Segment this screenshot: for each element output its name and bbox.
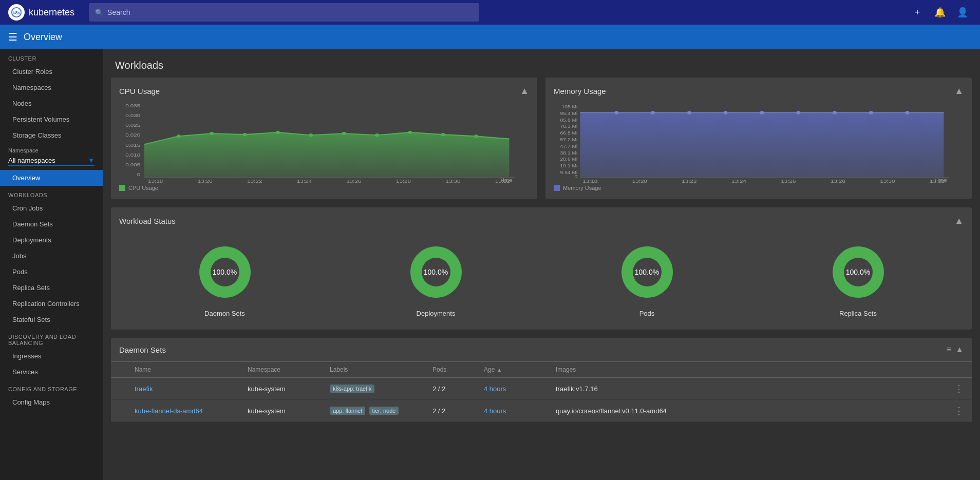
donut-row: 100.0% Daemon Sets 100.0% Deployments: [119, 235, 964, 321]
age-sort-icon[interactable]: ▲: [497, 367, 502, 373]
sidebar-item-stateful-sets[interactable]: Stateful Sets: [0, 312, 103, 328]
svg-point-17: [408, 131, 412, 134]
sidebar-item-storage-classes[interactable]: Storage Classes: [0, 127, 103, 143]
sidebar-item-cluster-roles[interactable]: Cluster Roles: [0, 64, 103, 80]
sidebar-item-config-maps[interactable]: Config Maps: [0, 394, 103, 410]
svg-text:0.015: 0.015: [125, 142, 140, 148]
page-title: Overview: [24, 32, 62, 43]
svg-text:38.1 Mi: 38.1 Mi: [560, 150, 578, 155]
sidebar-item-daemon-sets[interactable]: Daemon Sets: [0, 216, 103, 232]
namespace-section: Namespace All namespaces ▼: [0, 143, 103, 170]
cluster-section-label: Cluster: [0, 49, 103, 64]
table-col-headers: Name Namespace Labels Pods Age ▲ Images: [111, 362, 972, 378]
daemon-set-name-traefik[interactable]: traefik: [135, 385, 248, 393]
svg-text:47.7 Mi: 47.7 Mi: [560, 144, 578, 149]
svg-text:13:20: 13:20: [198, 178, 213, 183]
daemon-set-name-flannel[interactable]: kube-flannel-ds-amd64: [135, 407, 248, 415]
memory-chart-card: Memory Usage ▲ 105 Mi 95.4 Mi 85.8 Mi 76…: [545, 78, 972, 199]
svg-text:19.1 Mi: 19.1 Mi: [560, 163, 578, 168]
search-icon: 🔍: [95, 9, 103, 16]
memory-legend: Memory Usage: [554, 185, 964, 191]
svg-point-44: [687, 111, 691, 114]
daemon-sets-table-title: Daemon Sets: [119, 345, 166, 354]
svg-text:13:22: 13:22: [682, 178, 696, 183]
more-menu-flannel[interactable]: ⋮: [943, 405, 964, 416]
sidebar-item-ingresses[interactable]: Ingresses: [0, 348, 103, 364]
col-age: Age ▲: [484, 366, 556, 373]
sidebar-item-replication-controllers[interactable]: Replication Controllers: [0, 296, 103, 312]
svg-text:13:32: 13:32: [930, 178, 945, 183]
more-menu-traefik[interactable]: ⋮: [943, 383, 964, 394]
svg-text:0: 0: [137, 171, 141, 177]
workload-status-title: Workload Status: [119, 217, 176, 225]
sidebar-item-services[interactable]: Services: [0, 364, 103, 380]
labels-traefik: k8s-app: traefik: [330, 385, 432, 393]
age-flannel[interactable]: 4 hours: [484, 407, 506, 415]
topbar-actions: + 🔔 👤: [908, 3, 972, 22]
table-collapse-icon[interactable]: ▲: [955, 345, 964, 354]
memory-legend-color: [554, 185, 560, 191]
images-flannel: quay.io/coreos/flannel:v0.11.0-amd64: [556, 407, 943, 415]
donut-pods-chart: 100.0%: [614, 239, 681, 305]
sidebar-item-overview[interactable]: Overview: [0, 170, 103, 186]
main-content: Workloads CPU Usage ▲ 0.035 0.030 0.025 …: [103, 49, 980, 480]
donut-deployments-chart: 100.0%: [403, 239, 469, 305]
workload-status-header: Workload Status ▲: [119, 216, 964, 226]
svg-text:13:26: 13:26: [781, 178, 796, 183]
sidebar-item-deployments[interactable]: Deployments: [0, 232, 103, 248]
donut-daemon-sets-pct: 100.0%: [213, 268, 237, 276]
label-badge: app: flannel: [330, 407, 365, 415]
svg-point-49: [869, 111, 873, 114]
account-button[interactable]: 👤: [953, 3, 972, 22]
svg-text:0.020: 0.020: [125, 132, 140, 138]
svg-text:13:24: 13:24: [297, 178, 312, 183]
menu-icon[interactable]: ☰: [8, 31, 17, 43]
age-traefik[interactable]: 4 hours: [484, 385, 506, 393]
donut-replica-sets: 100.0% Replica Sets: [825, 239, 892, 317]
donut-deployments: 100.0% Deployments: [403, 239, 469, 317]
search-bar[interactable]: 🔍: [89, 3, 479, 22]
svg-point-11: [210, 132, 214, 135]
col-namespace: Namespace: [248, 366, 330, 373]
logo-icon: k8s: [8, 4, 25, 21]
daemon-sets-table-card: Daemon Sets ≡ ▲ Name Namespace Labels Po…: [111, 338, 972, 422]
sidebar-item-cron-jobs[interactable]: Cron Jobs: [0, 200, 103, 216]
namespace-select[interactable]: All namespaces ▼: [8, 156, 95, 166]
svg-point-19: [474, 135, 478, 138]
cpu-legend-color: [119, 185, 125, 191]
svg-point-45: [724, 111, 728, 114]
charts-row: CPU Usage ▲ 0.035 0.030 0.025 0.020 0.01…: [103, 78, 980, 207]
add-button[interactable]: +: [908, 3, 927, 22]
cpu-chart-collapse-icon[interactable]: ▲: [520, 86, 529, 97]
donut-daemon-sets: 100.0% Daemon Sets: [192, 239, 258, 317]
svg-point-10: [177, 135, 181, 138]
label-badge: k8s-app: traefik: [330, 385, 374, 393]
sidebar-item-namespaces[interactable]: Namespaces: [0, 80, 103, 95]
svg-text:0.025: 0.025: [125, 122, 140, 128]
donut-pods-pct: 100.0%: [635, 268, 659, 276]
chevron-down-icon: ▼: [88, 157, 95, 164]
images-traefik: traefik:v1.7.16: [556, 385, 943, 393]
svg-text:0.030: 0.030: [125, 112, 140, 118]
memory-chart-collapse-icon[interactable]: ▲: [954, 86, 964, 97]
workload-status-collapse-icon[interactable]: ▲: [954, 216, 964, 226]
svg-text:13:18: 13:18: [582, 178, 597, 183]
svg-text:13:18: 13:18: [148, 178, 163, 183]
sidebar-item-replica-sets[interactable]: Replica Sets: [0, 280, 103, 296]
svg-point-14: [309, 133, 313, 137]
svg-text:28.6 Mi: 28.6 Mi: [560, 157, 578, 162]
filter-icon[interactable]: ≡: [947, 345, 951, 354]
brand-name: kubernetes: [29, 7, 74, 18]
svg-text:k8s: k8s: [12, 10, 20, 15]
sidebar-item-nodes[interactable]: Nodes: [0, 95, 103, 111]
config-section-label: Config and Storage: [0, 380, 103, 394]
donut-replica-sets-chart: 100.0%: [825, 239, 892, 305]
sidebar-item-jobs[interactable]: Jobs: [0, 248, 103, 264]
memory-chart-title: Memory Usage ▲: [554, 86, 964, 97]
notification-button[interactable]: 🔔: [931, 3, 949, 22]
sidebar-item-pods[interactable]: Pods: [0, 264, 103, 280]
search-input[interactable]: [107, 8, 473, 16]
svg-text:76.3 Mi: 76.3 Mi: [560, 124, 578, 129]
col-pods: Pods: [432, 366, 484, 373]
sidebar-item-persistent-volumes[interactable]: Persistent Volumes: [0, 111, 103, 127]
